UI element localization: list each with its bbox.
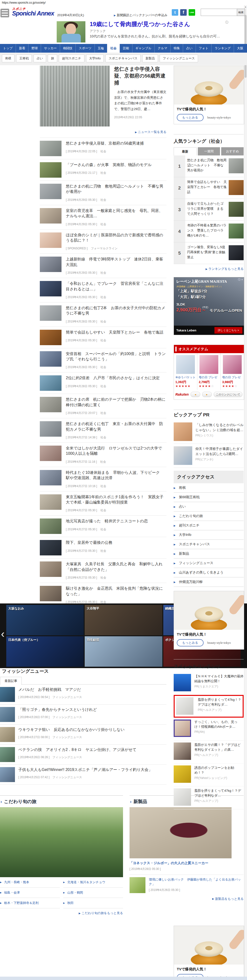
news-thumbnail[interactable] — [40, 519, 62, 534]
ranking-thumbnail[interactable] — [229, 245, 244, 260]
news-title[interactable]: 地元写真店が撮った 軽井沢テニスコートの恋 — [66, 519, 166, 524]
tabi-tag-link[interactable]: ▶福島・会津 — [0, 888, 60, 898]
tv-ad-3[interactable]: TVで爆発的人気！ もっとみる beauty-style-tokyo — [174, 926, 244, 980]
news-list-item[interactable]: 時代またぐ10連休始まる 早朝から人波、下りピーク 駅や空港混雑、高速は渋滞 [… — [40, 467, 166, 491]
tabi-title[interactable]: こだわり旬の旅 — [4, 799, 36, 805]
ad-banner-title[interactable]: 19歳にして骨肉腫が見つかった谷さん — [90, 20, 190, 28]
pickup-pr-item[interactable]: 仰天！中澤裕子が暴露したダイエット法を試したら2週間… PR(ビアンネ) — [174, 444, 244, 468]
subnav-button[interactable]: 占い — [33, 54, 46, 62]
special-content-title[interactable]: 【ＮＨＫマイルＣ】大魔神の最終結論を無料公開！ — [195, 674, 244, 684]
tv-ad-image[interactable] — [174, 926, 244, 964]
twitter-icon[interactable]: t — [172, 9, 178, 16]
ranking-thumbnail[interactable] — [229, 158, 244, 173]
ranking-more-link[interactable]: ▶ランキングをもっと見る — [174, 264, 244, 274]
carousel-tile[interactable]: 日本代表（侍ブルー） — [6, 636, 84, 667]
special-content-item[interactable]: 【ＮＨＫマイルＣ】大魔神の最終結論を無料公開！ PR(うまスクエア) — [174, 672, 244, 695]
ranking-tab[interactable]: 一週間 — [198, 147, 220, 156]
quick-access-link[interactable]: ▶スポニチキャンパス — [174, 540, 244, 549]
news-list-item[interactable]: 2位に約2倍差 八戸市「市民のさかな」はイカに決定 [ 2019年4月28日 0… — [40, 372, 166, 394]
fishing-item-title[interactable]: 子供も大人もGet!!Winner!! 2019スポニチ「芦ノ湖ルアー・フライ釣… — [18, 767, 166, 772]
fishing-tab-latest[interactable]: 最新記事 — [0, 677, 22, 685]
news-title[interactable]: 悠仁さまの机に包丁2本 お茶の水女子大付中の防犯カメラに不審な男 — [66, 305, 166, 316]
quick-access-link[interactable]: ▶フィッシングニュース — [174, 558, 244, 568]
ranking-thumbnail[interactable] — [229, 224, 244, 239]
quick-access-link[interactable]: ▶大学Info — [174, 530, 244, 540]
site-logo[interactable]: スポニチ Sponichi Annex — [12, 7, 54, 16]
rakuten-next-button[interactable]: ▸ — [202, 392, 212, 397]
ranking-tab[interactable]: 最新 — [174, 147, 196, 156]
news-list-item[interactable]: 簡単で会話もしやすい 天皇陛下とカレー 各地で逸話 [ 2019年4月28日 0… — [40, 326, 166, 348]
search-button[interactable]: 検索 — [237, 9, 245, 16]
new-product-lead-image[interactable] — [130, 807, 231, 858]
carousel-tile[interactable]: 羽生結弦 — [85, 636, 162, 667]
facebook-icon[interactable]: f — [180, 9, 187, 16]
ranking-item-title[interactable]: 奇跡の不時着＆驚異のバランス 墜落したプロペラ機が1本のモ… — [185, 221, 229, 242]
rakuten-product-image[interactable] — [223, 355, 242, 374]
special-content-thumbnail[interactable] — [174, 719, 191, 737]
mansion-ad[interactable]: レーベン上尾GRAN MAJESTA JR高崎線（上野東京ライン・湘南新宿ライン… — [174, 277, 244, 335]
quick-access-link[interactable]: ▶山川あずさの美しく生きよう — [174, 568, 244, 578]
fishing-list-item[interactable]: ウキウキフナ狙い 反応あるのになかなかハリ掛かりしない [ 2019年4月27日… — [0, 725, 166, 745]
news-list-item[interactable]: 地元写真店が撮った 軽井沢テニスコートの恋 [ 2019年4月27日 05:30… — [40, 515, 166, 537]
news-thumbnail[interactable] — [40, 470, 62, 485]
news-title[interactable]: 悠仁さまの席 机に前のテープで把握か 刃物2本の柄に棒付け隣の机に置く — [66, 397, 166, 408]
ranking-item-title[interactable]: 自撮りで立ち上がったゴリラに世界が驚嘆 まるで人間そっくり？ — [185, 199, 229, 220]
ranking-thumbnail[interactable] — [229, 202, 244, 217]
new-product-lead-title[interactable]: 「ヨネックス・ジルボー」の大人の上質スニーカー — [130, 861, 244, 865]
quick-access-link[interactable]: ▶超刊スポニチ — [174, 521, 244, 530]
pickup-pr-item[interactable]: 「しみが無くなるとかのレベルじゃない」シミ治療の域を超… PR(シミウス) — [174, 420, 244, 444]
nav-item[interactable]: サッカー — [41, 44, 60, 52]
scrollbar[interactable]: ▲ — [244, 5, 247, 980]
subnav-button[interactable]: スポニチキャンパス — [105, 54, 141, 62]
news-title[interactable]: 2位に約2倍差 八戸市「市民のさかな」はイカに決定 — [66, 375, 166, 381]
nav-item[interactable]: 占い — [183, 44, 195, 52]
ranking-thumbnail[interactable] — [229, 180, 244, 195]
ranking-item[interactable]: 3 自撮りで立ち上がったゴリラに世界が驚嘆 まるで人間そっくり？ — [174, 199, 244, 221]
news-title[interactable]: 陛下、皇居外で最後の公務 — [66, 540, 166, 545]
news-title[interactable]: 悠仁さまの机近くに包丁 東京・お茶の水大付属中 防犯カメラに不審な男 — [66, 421, 166, 432]
nav-item[interactable]: クルマ — [154, 44, 170, 52]
tabi-tag-link[interactable]: ▶秋田 — [63, 898, 123, 908]
special-content-item[interactable]: 脂肪がエサの菌！？「デブほど有利なダイエット」の真… PR(ヘルスアップ) — [174, 741, 244, 764]
special-content-title[interactable]: 脂肪がエサの菌！？「デブほど有利なダイエット」の真… — [195, 743, 244, 752]
news-thumbnail[interactable] — [40, 141, 62, 156]
news-list-item[interactable]: 悠仁さまの机近くに包丁 東京・お茶の水大付属中 防犯カメラに不審な男 [ 201… — [40, 418, 166, 442]
ranking-item-title[interactable]: 悠仁さま机に刃物 敷地周辺にヘルメット 不審な男が着用か — [185, 156, 229, 177]
nav-item[interactable]: ギャンブル — [132, 44, 155, 52]
news-thumbnail[interactable] — [40, 330, 62, 345]
news-list-item[interactable]: 大塚家具 久美子社長 父勝久氏と再会 和解申し入れ「自然に会話ができた」 [ 2… — [40, 558, 166, 583]
nav-item[interactable]: フォト — [196, 44, 212, 52]
fishing-thumbnail[interactable] — [0, 687, 15, 702]
fishing-thumbnail[interactable] — [0, 727, 15, 742]
rakuten-product-name[interactable]: ※ゆうパケット — [175, 375, 196, 379]
news-list-item[interactable]: 安倍首相 スーパーボールの「約100倍」と説明 トランプ氏「それなら行こう」 [… — [40, 348, 166, 372]
menu-button[interactable] — [0, 9, 9, 18]
news-thumbnail[interactable] — [40, 586, 62, 601]
pickup-pr-thumbnail[interactable] — [174, 422, 192, 441]
news-title[interactable]: 駆け引き激化か 金正恩氏 米国を批判「危険な状況になった」 — [66, 586, 166, 597]
quick-access-link[interactable]: ▶占い — [174, 502, 244, 511]
news-title[interactable]: 大塚家具 久美子社長 父勝久氏と再会 和解申し入れ「自然に会話ができた」 — [66, 562, 166, 572]
ranking-item[interactable]: 5 ゴーン被告、変装なし5億円再保釈も“異例”妻と接触禁止 — [174, 242, 244, 264]
news-thumbnail[interactable] — [40, 208, 62, 224]
quick-access-link[interactable]: ▶新製品 — [174, 549, 244, 558]
new-products-more-link[interactable]: ▶新製品をもっと見る — [130, 894, 244, 904]
ranking-item-title[interactable]: ゴーン被告、変装なし5億円再保釈も“異例”妻と接触禁止 — [185, 242, 229, 264]
fishing-list-item[interactable]: メバルだ お手軽初挑戦 マアジだ [ 2019年4月29日 06:54 ]フィッ… — [0, 684, 166, 705]
pickup-pr-thumbnail[interactable] — [174, 446, 192, 465]
special-content-item[interactable]: 脂肪を摂りまくって47kg！？デブほど有利なダ… PR(ヘルスアップ) — [174, 786, 244, 809]
tabi-tag-link[interactable]: ▶山形・鶴岡 — [63, 888, 123, 898]
news-title[interactable]: 全米ではしかが大流行 ロサンゼルスでは2つの大学で1000人以上を隔離 — [66, 445, 166, 457]
news-list-item[interactable]: 東京五輪開幕1年前のスポニチ1面を作ろう！ 実践女子大で本紙・藤山編集委員が特別… — [40, 491, 166, 515]
rakuten-product-name[interactable]: 母の日 プレゼ — [222, 375, 242, 379]
rakuten-product[interactable]: 母の日 プレゼ 2,798円 ★★★★☆ — [197, 353, 220, 390]
news-title[interactable]: 悠仁さま中学侵入容疑、京都府の56歳男逮捕 — [66, 141, 166, 146]
tabi-more-link[interactable]: ▶こだわり旬の旅をもっと見る — [0, 908, 123, 918]
tabi-tag-link[interactable]: ▶九州・長崎・熊本 — [0, 877, 60, 888]
subnav-button[interactable]: 大学Info — [86, 54, 104, 62]
subscribe-link[interactable]: ▶新聞購読とバックナンバーの申込み — [114, 13, 168, 18]
fishing-thumbnail[interactable] — [0, 707, 15, 722]
nav-item[interactable]: 五輪 — [95, 44, 107, 52]
search-input[interactable] — [201, 9, 238, 16]
ranking-item[interactable]: 4 奇跡の不時着＆驚異のバランス 墜落したプロペラ機が1本のモ… — [174, 221, 244, 242]
